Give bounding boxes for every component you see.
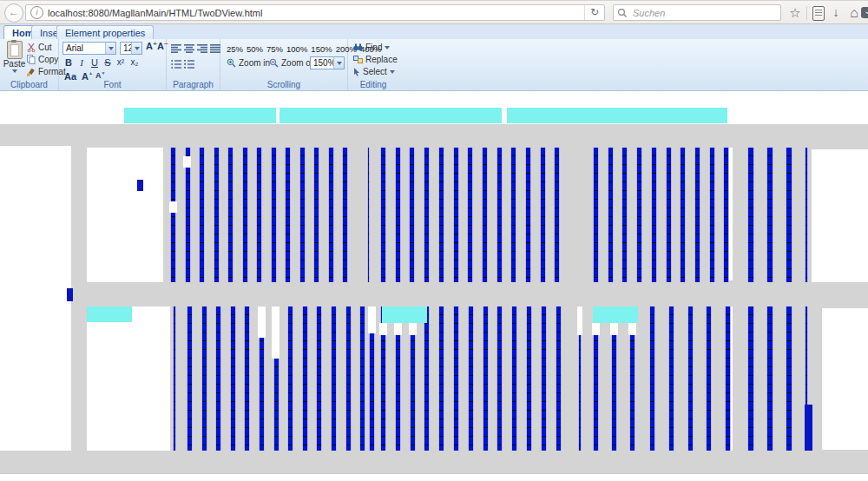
rack-top-b[interactable] xyxy=(525,148,531,282)
zoom-150-button[interactable]: 150% xyxy=(311,44,332,54)
zoom-in-button[interactable]: Zoom in xyxy=(227,58,270,68)
tab-element-properties[interactable]: Element properties xyxy=(56,25,154,39)
rack-top-c[interactable] xyxy=(666,148,672,282)
rack-top-b[interactable] xyxy=(438,148,444,282)
rack-top-c[interactable] xyxy=(723,148,729,282)
rack-top-a[interactable] xyxy=(214,148,220,282)
rack-bot-a[interactable] xyxy=(287,306,293,451)
font-size-select[interactable]: 12 xyxy=(120,42,142,55)
zoom-25-button[interactable]: 25% xyxy=(227,44,243,54)
rack-bot-right[interactable] xyxy=(786,306,792,451)
replace-button[interactable]: Replace xyxy=(353,55,398,64)
downloads-button[interactable]: ↓ xyxy=(827,4,845,22)
rack-top-a[interactable] xyxy=(342,148,348,282)
rack-bot-a[interactable] xyxy=(331,306,337,451)
zoom-100-button[interactable]: 100% xyxy=(286,44,307,54)
font-family-select[interactable]: Arial xyxy=(62,42,116,55)
zoom-75-button[interactable]: 75% xyxy=(266,44,283,54)
underline-button[interactable]: U xyxy=(89,56,101,69)
rack-top-a[interactable] xyxy=(199,148,205,282)
select-button[interactable]: Select xyxy=(353,67,395,76)
rack-top-b[interactable] xyxy=(380,148,386,282)
rack-top-a-thin[interactable] xyxy=(367,148,370,282)
font-add-button[interactable]: A+ xyxy=(146,41,153,51)
zoom-50-button[interactable]: 50% xyxy=(247,44,263,54)
rack-bot-a[interactable] xyxy=(302,306,308,451)
search-input[interactable] xyxy=(631,7,780,19)
rack-top-a[interactable] xyxy=(299,148,306,282)
rack-top-a[interactable] xyxy=(227,148,233,282)
rack-bot-a[interactable] xyxy=(201,306,207,451)
superscript-button[interactable]: x² xyxy=(115,56,127,69)
rack-top-b[interactable] xyxy=(467,148,473,282)
rack-bot-d[interactable] xyxy=(725,306,731,451)
rack-top-a[interactable] xyxy=(242,148,248,282)
rack-top-b[interactable] xyxy=(554,148,560,282)
strikethrough-button[interactable]: S xyxy=(102,56,114,69)
rack-top-c[interactable] xyxy=(709,148,715,282)
search-bar[interactable] xyxy=(613,4,781,21)
rack-top-b[interactable] xyxy=(510,148,516,282)
rack-top-b[interactable] xyxy=(424,148,430,282)
rack-bot-b[interactable] xyxy=(468,306,474,451)
rack-bot-b[interactable] xyxy=(483,306,489,451)
italic-button[interactable]: I xyxy=(76,56,88,69)
rack-top-a[interactable] xyxy=(285,148,291,282)
paste-button[interactable]: Paste xyxy=(3,41,26,79)
rack-top-a[interactable] xyxy=(185,148,191,282)
page-info-icon[interactable]: i xyxy=(30,6,43,19)
rack-bot-d[interactable] xyxy=(706,306,712,451)
document-canvas[interactable] xyxy=(0,91,868,481)
rack-top-a[interactable] xyxy=(328,148,334,282)
rack-bot-b[interactable] xyxy=(541,306,547,451)
pocket-button[interactable]: ⌄ xyxy=(861,7,868,18)
rack-bot-b[interactable] xyxy=(438,306,444,451)
rack-top-b[interactable] xyxy=(395,148,401,282)
rack-top-a[interactable] xyxy=(170,148,176,282)
rack-bot-d[interactable] xyxy=(668,306,674,451)
rack-bot-a[interactable] xyxy=(359,306,365,451)
rack-bot-d[interactable] xyxy=(687,306,694,451)
rack-top-c[interactable] xyxy=(694,148,700,282)
rack-top-c[interactable] xyxy=(593,148,599,282)
zoom-level-select[interactable]: 150% xyxy=(310,56,345,69)
rack-top-right[interactable] xyxy=(766,148,773,282)
back-button[interactable]: ← xyxy=(4,3,23,23)
bookmark-star-button[interactable]: ☆ xyxy=(786,4,804,22)
bookmarks-button[interactable] xyxy=(812,6,825,21)
align-right-icon[interactable] xyxy=(197,44,207,53)
rack-bot-a[interactable] xyxy=(187,306,193,451)
rack-top-right[interactable] xyxy=(786,148,792,282)
align-justify-icon[interactable] xyxy=(210,44,220,53)
home-button[interactable]: ⌂ xyxy=(845,4,863,22)
rack-bot-b[interactable] xyxy=(424,306,430,451)
find-button[interactable]: Find xyxy=(353,43,390,52)
reload-button[interactable]: ↻ xyxy=(584,5,604,20)
rack-top-c[interactable] xyxy=(608,148,614,282)
rack-bot-a[interactable] xyxy=(215,306,221,451)
numbered-list-icon[interactable] xyxy=(184,60,194,69)
chevron-down-icon[interactable] xyxy=(333,57,344,69)
rack-top-b[interactable] xyxy=(453,148,459,282)
rack-bot-b[interactable] xyxy=(453,306,459,451)
rack-top-b[interactable] xyxy=(540,148,546,282)
rack-bot-a[interactable] xyxy=(345,306,352,451)
rack-bot-a[interactable] xyxy=(316,306,322,451)
copy-button[interactable]: Copy xyxy=(27,55,58,64)
shrink-font-button[interactable]: A▼ xyxy=(95,71,102,80)
rack-bot-right[interactable] xyxy=(747,306,754,451)
rack-top-a[interactable] xyxy=(271,148,277,282)
rack-top-c[interactable] xyxy=(680,148,686,282)
rack-top-c[interactable] xyxy=(636,148,642,282)
align-left-icon[interactable] xyxy=(171,44,181,53)
url-bar[interactable]: i localhost:8080/MagllanMain/HTML/TwoDVi… xyxy=(25,4,605,21)
rack-top-a[interactable] xyxy=(313,148,319,282)
bold-button[interactable]: B xyxy=(62,56,75,69)
rack-top-b[interactable] xyxy=(409,148,415,282)
rack-top-b[interactable] xyxy=(482,148,488,282)
rack-top-right[interactable] xyxy=(747,148,754,282)
rack-top-c[interactable] xyxy=(651,148,657,282)
rack-bot-b[interactable] xyxy=(526,306,532,451)
rack-bot-a[interactable] xyxy=(230,306,236,451)
rack-top-c[interactable] xyxy=(621,148,628,282)
